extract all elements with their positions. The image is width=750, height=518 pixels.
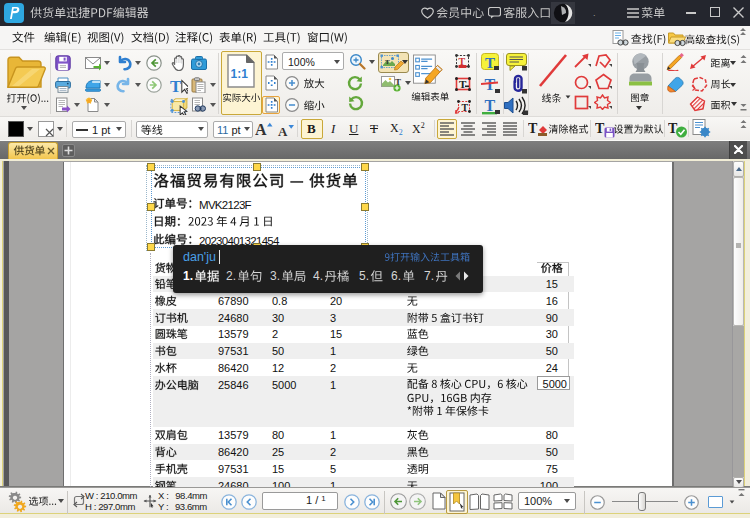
- svg-text:A: A: [255, 121, 267, 138]
- svg-text:T: T: [485, 97, 496, 114]
- svg-text:T: T: [459, 56, 466, 67]
- svg-text:T: T: [462, 102, 469, 113]
- svg-text:T: T: [385, 58, 390, 66]
- svg-text:T: T: [528, 121, 538, 136]
- svg-text:T: T: [459, 78, 467, 90]
- svg-text:1:1: 1:1: [231, 67, 249, 81]
- svg-text:A: A: [278, 124, 288, 138]
- svg-text:T: T: [170, 77, 181, 95]
- svg-text:T: T: [595, 121, 605, 136]
- svg-text:T: T: [485, 55, 495, 71]
